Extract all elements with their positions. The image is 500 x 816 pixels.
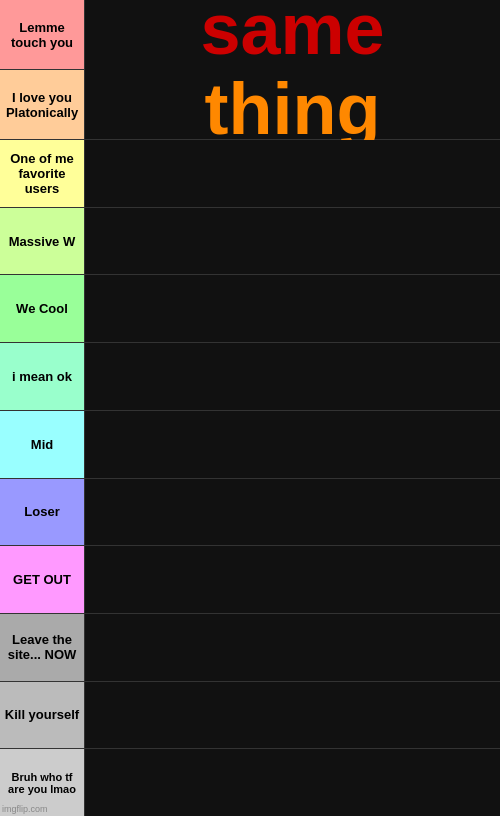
imgflip-watermark: imgflip.com [2, 804, 48, 814]
tier-row-8: GET OUT [0, 546, 500, 614]
tier-label-8: GET OUT [0, 546, 84, 613]
tier-content-11 [84, 749, 500, 816]
tier-content-5 [84, 343, 500, 410]
top-section: Lemme touch you I love you Platonically … [0, 0, 500, 140]
tier-label-10: Kill yourself [0, 682, 84, 749]
tier-content-6 [84, 411, 500, 478]
big-text: same thing [200, 0, 384, 149]
tier-row-11: Bruh who tf are you lmao imgflip.com [0, 749, 500, 816]
tier-row-5: i mean ok [0, 343, 500, 411]
tier-content-7 [84, 479, 500, 546]
tier-content-10 [84, 682, 500, 749]
tier-label-2: One of me favorite users [0, 140, 84, 207]
tier-row-2: One of me favorite users [0, 140, 500, 208]
tier-label-9: Leave the site... NOW [0, 614, 84, 681]
tier-content-9 [84, 614, 500, 681]
tier-label-1: I love you Platonically [0, 70, 84, 139]
tier-row-6: Mid [0, 411, 500, 479]
tier-content-2 [84, 140, 500, 207]
tier-label-5: i mean ok [0, 343, 84, 410]
tier-label-3: Massive W [0, 208, 84, 275]
tier-list: Lemme touch you I love you Platonically … [0, 0, 500, 816]
tier-label-0: Lemme touch you [0, 0, 84, 70]
tier-label-4: We Cool [0, 275, 84, 342]
tier-label-7: Loser [0, 479, 84, 546]
tier-row-9: Leave the site... NOW [0, 614, 500, 682]
tier-content-4 [84, 275, 500, 342]
tier-row-3: Massive W [0, 208, 500, 276]
tier-row-10: Kill yourself [0, 682, 500, 750]
tier-row-4: We Cool [0, 275, 500, 343]
big-text-area: same thing [84, 0, 500, 139]
tier-row-7: Loser [0, 479, 500, 547]
tier-content-3 [84, 208, 500, 275]
tier-content-8 [84, 546, 500, 613]
tier-label-6: Mid [0, 411, 84, 478]
top-labels: Lemme touch you I love you Platonically [0, 0, 84, 139]
